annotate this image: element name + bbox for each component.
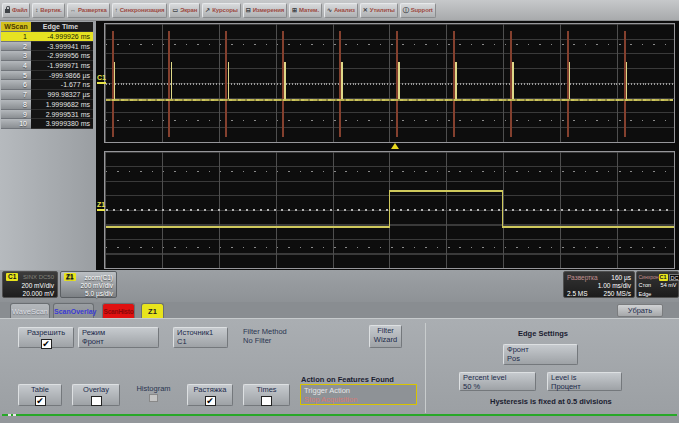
timebase-delay: 160 µs (611, 274, 631, 281)
timebase-descriptor-box[interactable]: Развертка 160 µs 1.00 ms/div 2.5 MS 250 … (563, 271, 635, 298)
menu-item-label: Утилиты (370, 7, 395, 13)
action-section-label: Action on Features Found (301, 375, 394, 384)
action-on-features-box[interactable]: Trigger Action Stop Acquisition (300, 384, 417, 405)
c1-pulse-spike (455, 62, 457, 101)
table-row[interactable]: 1-4.999926 ms (1, 32, 93, 42)
math-icon: ⊞ (292, 7, 297, 13)
trigger-descriptor-box[interactable]: Синхрон C1DC Стоп 54 mV Edge (636, 271, 679, 298)
horizontal-arrows-icon: ↔ (70, 7, 76, 13)
utilities-icon: ✕ (363, 7, 368, 13)
times-button[interactable]: Times (243, 384, 290, 406)
grid-center-axis (106, 83, 673, 85)
menu-item-4[interactable]: ▭Экран (169, 3, 200, 18)
grid-dotted-line (106, 120, 673, 121)
grid-dotted-line (106, 247, 673, 248)
grid-dotted-line (106, 171, 673, 172)
mode-button[interactable]: РежимФронт (78, 327, 159, 348)
menu-item-9[interactable]: ✕Утилиты (360, 3, 398, 18)
tab-z1[interactable]: Z1 (141, 303, 164, 318)
menu-item-5[interactable]: ↗Курсоры (202, 3, 240, 18)
filter-wizard-button[interactable]: FilterWizard (369, 325, 402, 348)
menu-bar: Файл↕Вертик.↔Развертка↑Синхронизация▭Экр… (0, 0, 679, 21)
timebase-rate: 250 MS/s (604, 290, 631, 297)
table-row[interactable]: 2-3.999941 ms (1, 42, 93, 52)
row-index: 1 (1, 32, 31, 42)
percent-level-button[interactable]: Percent level50 % (459, 372, 536, 391)
c1-vscale: 200 mV/div (21, 282, 54, 289)
c1-trace-baseline (106, 99, 673, 101)
edge-time-value: -4.999926 ms (31, 32, 93, 42)
level-is-button[interactable]: Level isПроцент (547, 372, 622, 391)
table-button[interactable]: Table (18, 384, 62, 406)
menu-item-8[interactable]: ∿Анализ (324, 3, 358, 18)
filter-method-field[interactable]: Filter MethodNo Filter (243, 327, 333, 345)
c1-offset: 20.000 mV (23, 290, 54, 297)
trigger-action-item[interactable]: Trigger Action (304, 386, 413, 395)
lock-icon (5, 9, 10, 13)
measure-icon: ⊟ (246, 7, 251, 13)
display-icon: ▭ (172, 7, 178, 13)
menu-item-0[interactable]: Файл (2, 3, 30, 18)
z1-source: zoom(C1) (84, 274, 113, 281)
tab-wavescan[interactable]: WaveScan (10, 303, 50, 318)
info-icon: ⓘ (403, 7, 409, 13)
menu-item-2[interactable]: ↔Развертка (67, 3, 110, 18)
enable-button[interactable]: Разрешить (18, 327, 74, 348)
source-button[interactable]: Источник1C1 (173, 327, 228, 348)
table-row[interactable]: 7999.98327 µs (1, 90, 93, 100)
trigger-mode: Стоп (639, 282, 651, 288)
trigger-position-marker[interactable] (391, 143, 399, 149)
menu-item-label: Курсоры (212, 7, 237, 13)
z1-trace-low-right (502, 226, 674, 228)
trigger-level: 54 mV (661, 282, 677, 288)
menu-item-10[interactable]: ⓘSupport (400, 3, 436, 18)
z1-descriptor-box[interactable]: Z1 zoom(C1) 200 mV/div 5.0 µs/div (60, 271, 117, 298)
table-row[interactable]: 4-1.999971 ms (1, 61, 93, 71)
c1-pulse-spike (284, 62, 286, 101)
menu-item-3[interactable]: ↑Синхронизация (112, 3, 168, 18)
edge-time-value: 2.9999531 ms (31, 110, 93, 120)
channel-c1-grid[interactable] (104, 23, 675, 143)
timebase-label: Развертка (567, 274, 598, 281)
tab-scanhisto[interactable]: ScanHisto (102, 303, 135, 318)
menu-item-label: Support (411, 7, 433, 13)
trigger-label: Синхрон (639, 274, 659, 280)
times-checkbox[interactable] (261, 396, 272, 406)
c1-descriptor-box[interactable]: C1 SINX DC50 200 mV/div 20.000 mV (2, 271, 58, 298)
z1-trace-label[interactable]: Z1 (97, 201, 105, 211)
histogram-field: Histogram (130, 384, 177, 402)
edge-time-value: -1.999971 ms (31, 61, 93, 71)
table-row[interactable]: 3-2.999956 ms (1, 51, 93, 61)
menu-item-6[interactable]: ⊟Измерения (243, 3, 287, 18)
stretch-button[interactable]: Растяжка (187, 384, 233, 406)
row-index: 10 (1, 119, 31, 129)
enable-checkbox[interactable] (41, 339, 52, 349)
row-index: 2 (1, 42, 31, 52)
c1-pulse-spike (341, 62, 343, 101)
overlay-checkbox[interactable] (91, 396, 102, 406)
table-row[interactable]: 6-1.677 ns (1, 80, 93, 90)
histogram-checkbox (149, 394, 158, 402)
table-row[interactable]: 5-999.9866 µs (1, 71, 93, 81)
menu-item-7[interactable]: ⊞Матем. (289, 3, 322, 18)
zoom-z1-grid[interactable] (104, 151, 675, 269)
table-row[interactable]: 81.9999682 ms (1, 100, 93, 110)
waveform-main-area: WScanEdge Time1-4.999926 ms2-3.999941 ms… (0, 21, 679, 270)
c1-pulse-spike (228, 62, 230, 101)
menu-item-1[interactable]: ↕Вертик. (32, 3, 65, 18)
analysis-icon: ∿ (327, 7, 332, 13)
row-index: 4 (1, 61, 31, 71)
tab-scanoverlay[interactable]: ScanOverlay (53, 303, 94, 318)
table-row[interactable]: 92.9999531 ms (1, 110, 93, 120)
slope-button[interactable]: ФронтPos (503, 344, 578, 365)
table-row[interactable]: 103.9999380 ms (1, 119, 93, 129)
hysteresis-note: Hysteresis is fixed at 0.5 divisions (490, 397, 612, 406)
stop-acquisition-item[interactable]: Stop Acquisition (304, 395, 413, 404)
table-checkbox[interactable] (35, 396, 46, 406)
c1-trace-label[interactable]: C1 (97, 74, 106, 84)
close-dialog-button[interactable]: Убрать (617, 304, 663, 317)
trigger-type: Edge (639, 291, 652, 297)
overlay-button[interactable]: Overlay (72, 384, 120, 406)
c1-pulse-spike (171, 62, 173, 101)
stretch-checkbox[interactable] (205, 396, 216, 406)
